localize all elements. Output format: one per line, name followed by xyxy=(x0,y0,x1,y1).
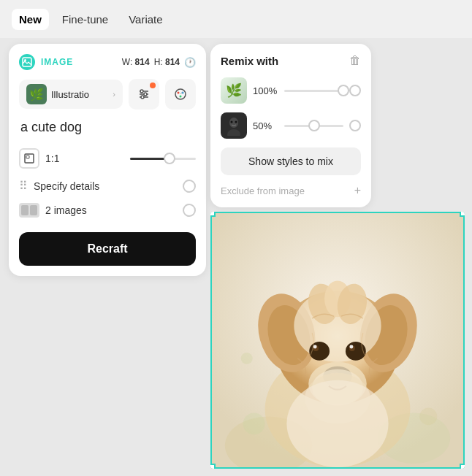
aspect-ratio-label: 1:1 xyxy=(45,153,59,164)
svg-point-37 xyxy=(349,345,353,348)
style-name: Illustratio xyxy=(51,89,89,100)
style-chip[interactable]: 🌿 Illustratio › xyxy=(19,80,123,109)
remix-thumb-1: 🌿 xyxy=(221,77,247,104)
chevron-right-icon: › xyxy=(113,90,115,99)
remix-slider-2[interactable] xyxy=(284,125,343,127)
specify-details-group: ⠿ Specify details xyxy=(19,179,99,193)
remix-header: Remix with 🗑 xyxy=(221,54,361,67)
aspect-ratio-icon xyxy=(19,148,39,169)
image-icon xyxy=(19,54,35,70)
aspect-ratio-slider[interactable] xyxy=(130,158,196,160)
svg-point-46 xyxy=(241,353,253,364)
clock-icon[interactable]: 🕐 xyxy=(184,57,196,68)
aspect-ratio-group: 1:1 xyxy=(19,148,59,169)
palette-icon-btn[interactable] xyxy=(165,79,196,110)
recraft-button[interactable]: Recraft xyxy=(19,232,196,266)
svg-point-44 xyxy=(243,412,265,434)
svg-point-45 xyxy=(419,407,437,425)
image-label: IMAGE xyxy=(41,57,73,67)
svg-rect-13 xyxy=(26,156,29,158)
exclude-label: Exclude from image xyxy=(221,185,305,196)
tab-finetune[interactable]: Fine-tune xyxy=(55,9,115,30)
svg-point-17 xyxy=(231,121,233,123)
specify-details-toggle[interactable] xyxy=(183,180,196,193)
dimension-row: W: 814 H: 814 🕐 xyxy=(122,57,196,68)
remix-item-2: 50% xyxy=(221,112,361,139)
panel-header: IMAGE W: 814 H: 814 🕐 xyxy=(19,54,196,70)
svg-point-15 xyxy=(229,118,238,128)
svg-point-11 xyxy=(180,96,182,98)
remix-toggle-2[interactable] xyxy=(349,120,361,131)
specify-details-label: Specify details xyxy=(34,180,99,192)
svg-point-9 xyxy=(178,92,180,94)
remix-slider-1[interactable] xyxy=(284,90,343,92)
images-icon xyxy=(19,203,39,218)
svg-point-43 xyxy=(286,380,388,467)
remix-percent-2: 50% xyxy=(253,120,278,131)
dog-illustration xyxy=(210,212,465,469)
show-styles-button[interactable]: Show styles to mix xyxy=(221,147,361,175)
image-area xyxy=(210,212,465,469)
specify-details-row: ⠿ Specify details xyxy=(19,179,196,193)
images-count-group: 2 images xyxy=(19,203,87,218)
remix-panel: Remix with 🗑 🌿 100% 50% Show style xyxy=(210,44,371,207)
svg-point-18 xyxy=(235,121,237,123)
height-label: H: 814 xyxy=(154,57,180,67)
svg-point-5 xyxy=(140,90,143,93)
svg-point-7 xyxy=(141,96,144,99)
dots-icon: ⠿ xyxy=(19,179,28,193)
remix-title: Remix with xyxy=(221,55,278,67)
tab-variate[interactable]: Variate xyxy=(121,9,170,30)
notification-dot xyxy=(150,82,156,88)
exclude-row[interactable]: Exclude from image + xyxy=(221,184,361,197)
prompt-text[interactable]: a cute dog xyxy=(19,120,196,135)
svg-point-6 xyxy=(144,93,147,96)
images-count-label: 2 images xyxy=(45,204,87,216)
images-count-toggle[interactable] xyxy=(183,204,196,217)
style-row: 🌿 Illustratio › xyxy=(19,79,196,110)
trash-icon[interactable]: 🗑 xyxy=(349,54,361,67)
remix-toggle-1[interactable] xyxy=(349,85,361,96)
plus-icon[interactable]: + xyxy=(354,184,361,197)
svg-point-1 xyxy=(24,59,26,61)
remix-item-1: 🌿 100% xyxy=(221,77,361,104)
images-count-row: 2 images xyxy=(19,203,196,218)
left-panel: IMAGE W: 814 H: 814 🕐 🌿 Illustratio › xyxy=(9,44,206,276)
tab-new[interactable]: New xyxy=(12,9,49,30)
style-thumbnail: 🌿 xyxy=(26,84,47,104)
settings-icon-btn[interactable] xyxy=(129,79,159,110)
width-label: W: 814 xyxy=(122,57,150,67)
dog-background xyxy=(210,212,465,469)
remix-thumb-2 xyxy=(221,112,247,139)
remix-percent-1: 100% xyxy=(253,85,278,96)
aspect-ratio-row: 1:1 xyxy=(19,148,196,169)
top-navigation: New Fine-tune Variate xyxy=(0,0,472,38)
